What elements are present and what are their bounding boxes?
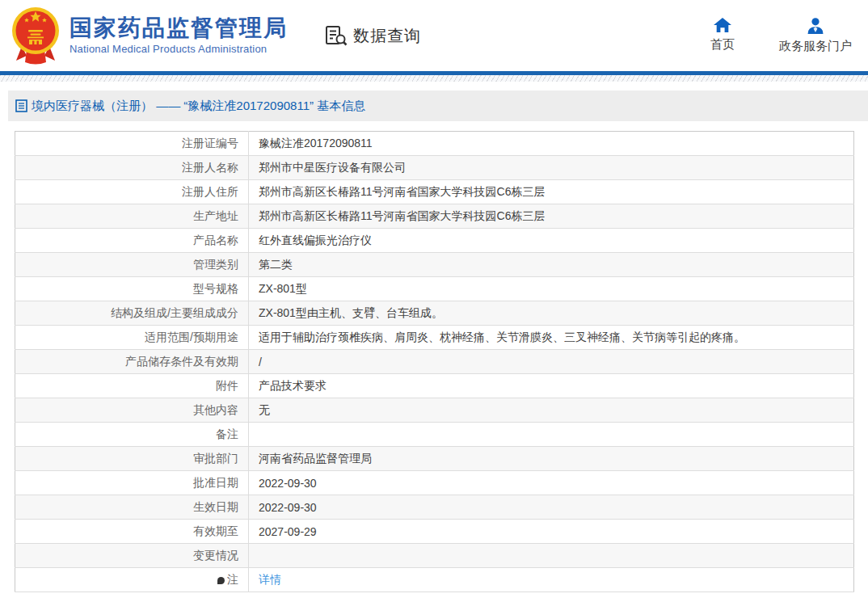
portal-link[interactable]: 政务服务门户	[779, 17, 852, 54]
row-label: 其他内容	[15, 398, 249, 423]
table-row: 适用范围/预期用途适用于辅助治疗颈椎疾病、肩周炎、枕神经痛、关节滑膜炎、三叉神经…	[15, 326, 854, 350]
table-row: 型号规格ZX-801型	[15, 277, 854, 301]
row-value: 适用于辅助治疗颈椎疾病、肩周炎、枕神经痛、关节滑膜炎、三叉神经痛、关节病等引起的…	[249, 326, 854, 350]
national-emblem-icon	[10, 6, 61, 65]
row-value: ZX-801型	[249, 277, 854, 301]
row-label: 注	[15, 568, 249, 592]
row-label: 有效期至	[15, 520, 249, 544]
row-label: 备注	[15, 423, 249, 447]
data-query-nav[interactable]: 数据查询	[325, 25, 421, 47]
row-value: 产品技术要求	[249, 374, 854, 398]
table-row: 审批部门河南省药品监督管理局	[15, 447, 854, 471]
row-value	[249, 544, 854, 568]
table-row: 注册人住所郑州市高新区长椿路11号河南省国家大学科技园C6栋三层	[15, 180, 854, 204]
table-row: 生产地址郑州市高新区长椿路11号河南省国家大学科技园C6栋三层	[15, 204, 854, 229]
table-row: 变更情况	[15, 544, 854, 568]
row-value: 2022-09-30	[249, 471, 854, 495]
table-row: 备注	[15, 423, 854, 447]
row-value: 2022-09-30	[249, 495, 854, 520]
site-header: 国家药品监督管理局 National Medical Products Admi…	[0, 0, 868, 71]
row-value: 郑州市中星医疗设备有限公司	[249, 156, 854, 180]
home-icon	[714, 17, 731, 33]
data-query-label: 数据查询	[353, 25, 421, 47]
person-icon	[807, 17, 824, 35]
info-table: 注册证编号豫械注准20172090811注册人名称郑州市中星医疗设备有限公司注册…	[15, 131, 854, 592]
row-value: /	[249, 350, 854, 374]
table-row: 结构及组成/主要组成成分ZX-801型由主机、支臂、台车组成。	[15, 301, 854, 326]
row-label: 生效日期	[15, 495, 249, 520]
home-link[interactable]: 首页	[698, 17, 747, 54]
table-row: 有效期至2027-09-29	[15, 520, 854, 544]
org-name-en: National Medical Products Administration	[70, 43, 288, 55]
table-row: 管理类别第二类	[15, 253, 854, 277]
hatched-band	[0, 75, 868, 82]
page-title: 境内医疗器械（注册） —— “豫械注准20172090811” 基本信息	[32, 99, 365, 114]
note-icon	[217, 577, 225, 584]
row-value: 郑州市高新区长椿路11号河南省国家大学科技园C6栋三层	[249, 180, 854, 204]
row-label: 审批部门	[15, 447, 249, 471]
row-value: 郑州市高新区长椿路11号河南省国家大学科技园C6栋三层	[249, 204, 854, 229]
row-label: 注册人名称	[15, 156, 249, 180]
table-row: 注详情	[15, 568, 854, 592]
row-value: 河南省药品监督管理局	[249, 447, 854, 471]
row-label: 生产地址	[15, 204, 249, 229]
row-label: 产品储存条件及有效期	[15, 350, 249, 374]
page-title-bar: 境内医疗器械（注册） —— “豫械注准20172090811” 基本信息	[8, 91, 868, 121]
document-magnifier-icon	[325, 25, 348, 47]
row-value: 详情	[249, 568, 854, 592]
table-row: 注册人名称郑州市中星医疗设备有限公司	[15, 156, 854, 180]
row-label: 产品名称	[15, 229, 249, 253]
table-row: 产品储存条件及有效期/	[15, 350, 854, 374]
home-label: 首页	[710, 37, 735, 53]
row-label: 型号规格	[15, 277, 249, 301]
brand: 国家药品监督管理局 National Medical Products Admi…	[10, 6, 288, 65]
table-row: 生效日期2022-09-30	[15, 495, 854, 520]
row-label: 附件	[15, 374, 249, 398]
row-label: 批准日期	[15, 471, 249, 495]
brand-titles: 国家药品监督管理局 National Medical Products Admi…	[70, 16, 288, 56]
portal-label: 政务服务门户	[779, 39, 852, 54]
quick-links: 首页 政务服务门户	[698, 17, 852, 54]
table-row: 注册证编号豫械注准20172090811	[15, 132, 854, 156]
row-label: 结构及组成/主要组成成分	[15, 301, 249, 326]
table-row: 批准日期2022-09-30	[15, 471, 854, 495]
row-label: 适用范围/预期用途	[15, 326, 249, 350]
row-label: 注册人住所	[15, 180, 249, 204]
table-row: 其他内容无	[15, 398, 854, 423]
row-value: 第二类	[249, 253, 854, 277]
list-icon	[15, 99, 27, 112]
table-row: 产品名称红外直线偏振光治疗仪	[15, 229, 854, 253]
row-value	[249, 423, 854, 447]
row-value: 豫械注准20172090811	[249, 132, 854, 156]
row-value: 红外直线偏振光治疗仪	[249, 229, 854, 253]
row-label: 管理类别	[15, 253, 249, 277]
details-link[interactable]: 详情	[259, 573, 281, 586]
table-row: 附件产品技术要求	[15, 374, 854, 398]
row-value: 无	[249, 398, 854, 423]
row-label: 变更情况	[15, 544, 249, 568]
info-table-body: 注册证编号豫械注准20172090811注册人名称郑州市中星医疗设备有限公司注册…	[15, 132, 854, 592]
info-table-wrap: 注册证编号豫械注准20172090811注册人名称郑州市中星医疗设备有限公司注册…	[15, 131, 868, 592]
row-value: 2027-09-29	[249, 520, 854, 544]
org-name-cn: 国家药品监督管理局	[70, 16, 288, 41]
row-label: 注册证编号	[15, 132, 249, 156]
row-value: ZX-801型由主机、支臂、台车组成。	[249, 301, 854, 326]
